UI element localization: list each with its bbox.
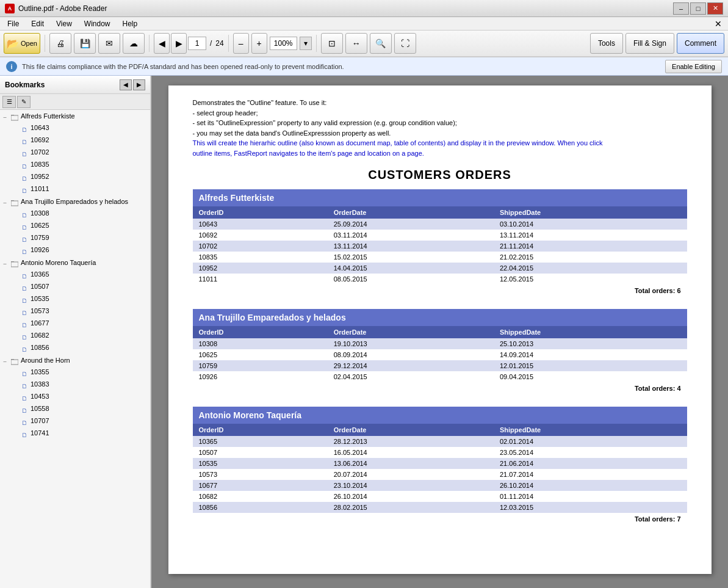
order-10952[interactable]: 10952 — [29, 173, 49, 180]
cloud-button[interactable]: ☁ — [123, 33, 145, 54]
order-10682[interactable]: 10682 — [29, 332, 49, 339]
comment-button[interactable]: Comment — [677, 33, 724, 54]
zoom-dropdown[interactable]: ▾ — [300, 37, 312, 50]
sidebar-item-alfreds[interactable]: – Alfreds Futterkiste — [0, 111, 150, 123]
tools-button[interactable]: Tools — [590, 33, 623, 54]
sidebar-item-antonio[interactable]: – Antonio Moreno Taquería — [0, 258, 150, 270]
expand-around-icon[interactable]: – — [0, 356, 10, 367]
intro-line2: - select group header; — [193, 108, 687, 118]
order-10453[interactable]: 10453 — [29, 393, 49, 400]
sidebar-next-button[interactable]: ▶ — [133, 79, 145, 90]
prev-page-button[interactable]: ◀ — [154, 33, 170, 54]
zoom-in-button[interactable]: + — [251, 33, 267, 54]
minimize-button[interactable]: – — [673, 2, 689, 15]
sidebar-item-10365[interactable]: 🗋 10365 — [20, 270, 150, 282]
fill-sign-button[interactable]: Fill & Sign — [625, 33, 674, 54]
order-10835[interactable]: 10835 — [29, 161, 49, 168]
svg-rect-7 — [11, 360, 18, 365]
fit-page-button[interactable]: ⊡ — [321, 33, 343, 54]
sidebar-content[interactable]: – Alfreds Futterkiste 🗋 10643 🗋 10692 🗋 … — [0, 110, 150, 588]
email-button[interactable]: ✉ — [98, 33, 120, 54]
menu-window[interactable]: Window — [79, 18, 115, 29]
separator-2 — [149, 35, 150, 52]
sidebar: Bookmarks ◀ ▶ ☰ ✎ – Alfreds Futterkiste … — [0, 76, 151, 588]
save-button[interactable]: 💾 — [74, 33, 96, 54]
order-11011[interactable]: 11011 — [29, 185, 49, 192]
sidebar-item-10926[interactable]: 🗋 10926 — [20, 245, 150, 258]
sidebar-item-10677[interactable]: 🗋 10677 — [20, 319, 150, 331]
order-10741[interactable]: 10741 — [29, 429, 49, 437]
sidebar-item-10856[interactable]: 🗋 10856 — [20, 343, 150, 355]
fit-width-button[interactable]: ↔ — [345, 33, 367, 54]
close-button[interactable]: ✕ — [707, 2, 723, 15]
order-10702[interactable]: 10702 — [29, 148, 49, 156]
expand-ana-icon[interactable]: – — [0, 197, 10, 208]
sidebar-item-10835[interactable]: 🗋 10835 — [20, 160, 150, 172]
sidebar-item-10507[interactable]: 🗋 10507 — [20, 282, 150, 294]
order-10573[interactable]: 10573 — [29, 307, 49, 314]
page-icon-10507: 🗋 — [20, 283, 29, 294]
sidebar-item-10558[interactable]: 🗋 10558 — [20, 404, 150, 416]
sidebar-item-11011[interactable]: 🗋 11011 — [20, 184, 150, 197]
order-10692[interactable]: 10692 — [29, 136, 49, 143]
zoom-input[interactable] — [270, 37, 297, 50]
sidebar-item-10453[interactable]: 🗋 10453 — [20, 392, 150, 404]
menu-edit[interactable]: Edit — [26, 18, 49, 29]
sidebar-item-10682[interactable]: 🗋 10682 — [20, 331, 150, 343]
menu-file[interactable]: File — [2, 18, 24, 29]
around-label[interactable]: Around the Horn — [20, 356, 148, 365]
sidebar-item-10692[interactable]: 🗋 10692 — [20, 136, 150, 148]
order-10365[interactable]: 10365 — [29, 270, 49, 278]
sidebar-item-around[interactable]: – Around the Horn — [0, 355, 150, 368]
doc-area[interactable]: Demonstrates the "Outline" feature. To u… — [151, 76, 728, 588]
sidebar-item-ana[interactable]: – Ana Trujillo Emparedados y helados — [0, 197, 150, 209]
order-10308[interactable]: 10308 — [29, 209, 49, 217]
find-button[interactable]: 🔍 — [370, 33, 392, 54]
order-10355[interactable]: 10355 — [29, 368, 49, 376]
order-10625[interactable]: 10625 — [29, 222, 49, 229]
order-10507[interactable]: 10507 — [29, 283, 49, 290]
maximize-button[interactable]: □ — [690, 2, 706, 15]
order-10535[interactable]: 10535 — [29, 295, 49, 302]
print-button[interactable]: 🖨 — [49, 33, 71, 54]
order-10856[interactable]: 10856 — [29, 344, 49, 351]
info-message: This file claims compliance with the PDF… — [22, 63, 660, 70]
expand-alfreds-icon[interactable]: – — [0, 112, 10, 123]
sidebar-item-10759[interactable]: 🗋 10759 — [20, 233, 150, 245]
order-10383[interactable]: 10383 — [29, 380, 49, 388]
order-10707[interactable]: 10707 — [29, 417, 49, 424]
sidebar-item-10355[interactable]: 🗋 10355 — [20, 368, 150, 380]
order-10926[interactable]: 10926 — [29, 246, 49, 253]
sidebar-item-10535[interactable]: 🗋 10535 — [20, 294, 150, 307]
sidebar-prev-button[interactable]: ◀ — [120, 79, 132, 90]
order-10677[interactable]: 10677 — [29, 319, 49, 327]
sidebar-add-btn[interactable]: ✎ — [17, 96, 31, 108]
sidebar-item-10952[interactable]: 🗋 10952 — [20, 172, 150, 184]
next-page-button[interactable]: ▶ — [171, 33, 187, 54]
sidebar-item-10643[interactable]: 🗋 10643 — [20, 123, 150, 136]
open-button[interactable]: 📂 Open — [4, 33, 40, 54]
sidebar-item-10741[interactable]: 🗋 10741 — [20, 429, 150, 441]
zoom-out-button[interactable]: – — [233, 33, 249, 54]
page-number-input[interactable]: 1 — [188, 37, 206, 50]
table-row: 1075929.12.201412.01.2015 — [193, 360, 687, 371]
order-10558[interactable]: 10558 — [29, 405, 49, 412]
sidebar-item-10383[interactable]: 🗋 10383 — [20, 380, 150, 392]
sidebar-item-10308[interactable]: 🗋 10308 — [20, 209, 150, 221]
ana-label[interactable]: Ana Trujillo Emparedados y helados — [20, 197, 148, 206]
sidebar-view-btn[interactable]: ☰ — [2, 96, 16, 108]
sidebar-item-10625[interactable]: 🗋 10625 — [20, 221, 150, 233]
expand-antonio-icon[interactable]: – — [0, 258, 10, 269]
menu-view[interactable]: View — [51, 18, 77, 29]
menu-close-icon[interactable]: ✕ — [711, 19, 726, 29]
order-10759[interactable]: 10759 — [29, 234, 49, 241]
sidebar-item-10573[interactable]: 🗋 10573 — [20, 307, 150, 319]
sidebar-item-10702[interactable]: 🗋 10702 — [20, 148, 150, 160]
order-10643[interactable]: 10643 — [29, 124, 49, 131]
sidebar-item-10707[interactable]: 🗋 10707 — [20, 416, 150, 429]
expand-button[interactable]: ⛶ — [394, 33, 416, 54]
alfreds-label[interactable]: Alfreds Futterkiste — [20, 112, 148, 121]
enable-editing-button[interactable]: Enable Editing — [665, 60, 722, 73]
antonio-label[interactable]: Antonio Moreno Taquería — [20, 258, 148, 267]
menu-help[interactable]: Help — [118, 18, 143, 29]
